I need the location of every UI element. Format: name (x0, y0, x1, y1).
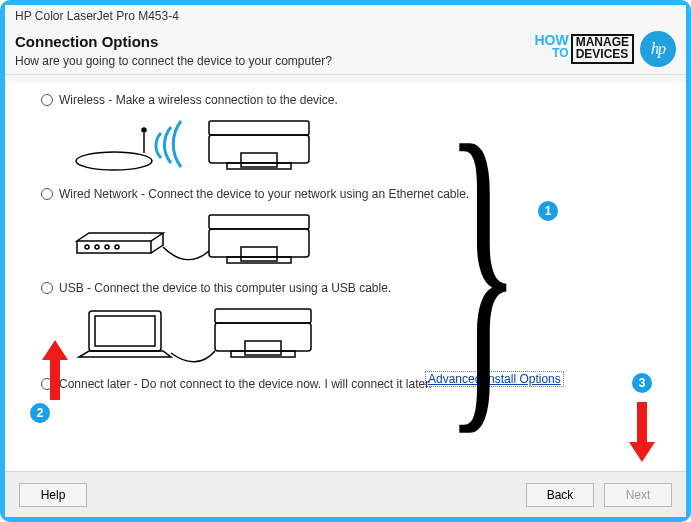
svg-rect-13 (241, 247, 277, 261)
option-later-label: Connect later - Do not connect to the de… (59, 377, 432, 391)
content-area: Wireless - Make a wireless connection to… (5, 83, 686, 471)
svg-rect-20 (231, 351, 295, 357)
svg-point-7 (85, 245, 89, 249)
next-button[interactable]: Next (604, 483, 672, 507)
option-usb: USB - Connect the device to this compute… (41, 279, 650, 373)
svg-rect-19 (245, 341, 281, 355)
hp-logo: hp (640, 31, 676, 67)
radio-connect-later[interactable] (41, 378, 53, 390)
svg-point-8 (95, 245, 99, 249)
window-title: HP Color LaserJet Pro M453-4 (5, 5, 686, 25)
option-wireless-label: Wireless - Make a wireless connection to… (59, 93, 338, 107)
svg-rect-17 (215, 323, 311, 351)
logo-to: TO (534, 48, 568, 59)
svg-point-2 (142, 128, 146, 132)
option-wired: Wired Network - Connect the device to yo… (41, 185, 650, 277)
svg-rect-3 (209, 135, 309, 163)
radio-wired[interactable] (41, 188, 53, 200)
howtomanagedevices-logo: HOW TO MANAGE DEVICES (534, 34, 634, 64)
logo-group: HOW TO MANAGE DEVICES hp (534, 31, 676, 67)
svg-rect-14 (227, 257, 291, 263)
svg-rect-12 (209, 215, 309, 229)
option-wireless: Wireless - Make a wireless connection to… (41, 91, 650, 183)
option-wired-label: Wired Network - Connect the device to yo… (59, 187, 469, 201)
advanced-install-link[interactable]: Advanced Install Options (425, 371, 564, 387)
radio-usb[interactable] (41, 282, 53, 294)
help-button[interactable]: Help (19, 483, 87, 507)
footer-bar: Help Back Next (5, 471, 686, 517)
svg-rect-4 (209, 121, 309, 135)
svg-rect-18 (215, 309, 311, 323)
svg-point-10 (115, 245, 119, 249)
illustration-wireless (41, 109, 650, 183)
heading-area: Connection Options How are you going to … (5, 25, 686, 75)
illustration-usb (41, 297, 650, 373)
svg-point-9 (105, 245, 109, 249)
svg-point-0 (76, 152, 152, 170)
radio-wireless[interactable] (41, 94, 53, 106)
option-usb-label: USB - Connect the device to this compute… (59, 281, 391, 295)
svg-rect-16 (95, 316, 155, 346)
svg-rect-5 (241, 153, 277, 167)
svg-rect-11 (209, 229, 309, 257)
back-button[interactable]: Back (526, 483, 594, 507)
illustration-wired (41, 203, 650, 277)
svg-rect-15 (89, 311, 161, 351)
logo-devices: DEVICES (576, 49, 629, 61)
svg-rect-6 (227, 163, 291, 169)
